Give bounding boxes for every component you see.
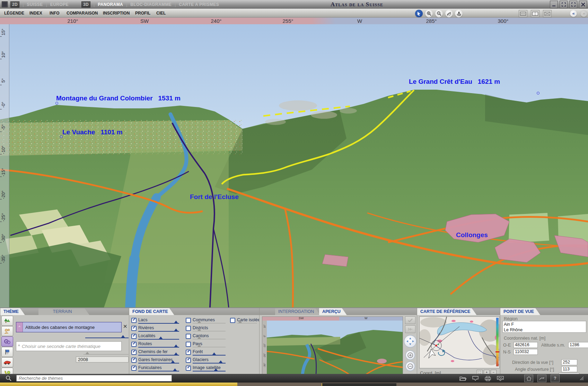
menu-item-l-gende[interactable]: LÉGENDE [4, 11, 24, 16]
menu-item-index[interactable]: INDEX [29, 11, 42, 16]
theme-transparency-slider[interactable] [85, 338, 129, 338]
help-icon[interactable]: ? [551, 375, 560, 382]
layer-slider-image-satellite[interactable] [193, 371, 226, 371]
layer-checkbox-chemins-de-fer[interactable]: ✓ [131, 350, 137, 355]
layer-slider-chemins-de-fer[interactable] [138, 355, 179, 356]
layer-label-funiculaires[interactable]: Funiculaires [138, 365, 161, 370]
reset-view-button[interactable] [405, 325, 415, 333]
second-transparency-slider[interactable] [84, 354, 129, 354]
menu-item-info[interactable]: INFO [50, 11, 60, 16]
layer-checkbox-funiculaires[interactable]: ✓ [131, 366, 137, 371]
top-menu-2d[interactable]: 2D [10, 1, 19, 8]
layer-slider-communes[interactable] [193, 323, 226, 323]
print-icon[interactable] [484, 375, 492, 382]
zoom-in-tool[interactable] [425, 10, 433, 17]
compass-bar[interactable]: 210°SW240°255°W285°300° [0, 17, 588, 25]
layer-slider-thumb[interactable] [173, 368, 177, 371]
layer-label-localit-s[interactable]: Localités [138, 333, 155, 338]
tab-terrain[interactable]: TERRAIN [38, 308, 89, 315]
save-view-icon[interactable] [471, 375, 480, 382]
layer-slider-thumb[interactable] [212, 352, 216, 355]
layer-slider-thumb[interactable] [174, 329, 178, 331]
altitude-field[interactable]: 1286 [568, 342, 588, 348]
layer-checkbox-gares-ferroviaires[interactable]: ✓ [131, 358, 137, 363]
layer-slider-thumb[interactable] [197, 344, 201, 347]
pan-pad-control[interactable] [404, 335, 416, 348]
angle-field[interactable]: 113 [561, 366, 577, 372]
layer-checkbox-communes[interactable] [186, 318, 191, 323]
layer-slider-lacs[interactable] [138, 323, 179, 324]
layer-slider-carte-isol-e[interactable] [237, 323, 257, 323]
layer-slider-thumb[interactable] [174, 352, 178, 355]
export-image-icon[interactable] [496, 375, 504, 382]
top-menu-suisse[interactable]: SUISSE [27, 2, 43, 7]
top-menu-bloc-diagramme[interactable]: BLOC-DIAGRAMME [130, 2, 172, 7]
top-menu-carte-a-prismes[interactable]: CARTE A PRISMES [179, 2, 219, 7]
theme-politics-icon[interactable] [1, 347, 13, 357]
layer-label-rivi-res[interactable]: Rivières [138, 325, 154, 330]
layer-checkbox-glaciers[interactable]: ✓ [186, 358, 191, 363]
layer-slider-thumb[interactable] [219, 360, 223, 363]
layer-slider-glaciers[interactable] [193, 363, 226, 363]
tab-point-de-vue[interactable]: POINT DE VUE [500, 308, 540, 315]
layer-slider-rivi-res[interactable] [138, 331, 179, 332]
layer-label-gares-ferroviaires[interactable]: Gares ferroviaires [138, 357, 173, 362]
theme-transport-icon[interactable] [1, 357, 13, 367]
layer-slider-pays[interactable] [193, 347, 226, 347]
layer-label-glaciers[interactable]: Glaciers [193, 357, 209, 362]
theme-map-close-icon[interactable]: ✕ [123, 323, 128, 330]
viewpoint-tool[interactable] [455, 10, 463, 17]
layer-label-lacs[interactable]: Lacs [138, 317, 147, 322]
layer-slider-routes[interactable] [138, 347, 179, 348]
back-icon[interactable]: « [570, 10, 577, 17]
theme-population-icon[interactable] [1, 326, 13, 336]
restore-button[interactable] [569, 1, 577, 8]
minimize-button[interactable] [550, 1, 558, 8]
ns-field[interactable]: 110032 [514, 349, 538, 355]
theme-transparency-thumb[interactable] [121, 335, 125, 338]
layer-slider-thumb[interactable] [159, 336, 163, 339]
top-menu-panorama[interactable]: PANORAMA [98, 2, 123, 7]
layer-slider-cantons[interactable] [193, 339, 226, 339]
preview-zoom-in-button[interactable] [405, 350, 415, 360]
second-theme-select[interactable]: ^ Choisir une seconde carte thématique [16, 341, 122, 351]
layer-label-communes[interactable]: Communes [193, 317, 215, 322]
layer-slider-districts[interactable] [193, 331, 226, 331]
tab-carte-reference[interactable]: CARTE DE RÉFÉRENCE [417, 308, 476, 315]
maximize-button[interactable] [560, 1, 568, 8]
layer-slider-funiculaires[interactable] [138, 371, 179, 371]
menu-item-ciel[interactable]: CIEL [156, 11, 166, 16]
layer-slider-thumb[interactable] [171, 360, 175, 363]
forward-icon[interactable]: » [580, 10, 587, 17]
flight-path-icon[interactable] [537, 375, 546, 382]
open-folder-icon[interactable] [459, 375, 467, 382]
layer-slider-thumb[interactable] [214, 368, 218, 371]
layer-label-routes[interactable]: Routes [138, 341, 152, 346]
pan-view-tool[interactable] [445, 10, 453, 17]
theme-economy-icon[interactable] [1, 336, 13, 347]
layer-slider-thumb[interactable] [174, 321, 178, 323]
layer-label-for-t[interactable]: Forêt [193, 349, 203, 354]
oe-field[interactable]: 482616 [514, 342, 538, 348]
tab-theme[interactable]: THÈME [0, 308, 25, 315]
layout-dashed-icon[interactable] [519, 10, 527, 17]
layer-label-chemins-de-fer[interactable]: Chemins de fer [138, 349, 168, 354]
second-transparency-thumb[interactable] [85, 352, 89, 354]
theme-map-select[interactable]: ^ Altitude des cabanes de montagne [16, 322, 122, 332]
layer-slider-gares-ferroviaires[interactable] [138, 363, 179, 363]
close-button[interactable] [579, 1, 587, 8]
layer-slider-for-t[interactable] [193, 355, 226, 356]
layer-slider-thumb[interactable] [197, 329, 201, 331]
theme-vegetation-icon[interactable] [1, 316, 13, 326]
layer-checkbox-districts[interactable] [186, 326, 191, 331]
pointer-tool[interactable] [415, 10, 423, 17]
layer-slider-thumb[interactable] [174, 344, 178, 347]
layer-checkbox-cantons[interactable] [186, 334, 191, 339]
layer-slider-localit-s[interactable] [138, 339, 179, 340]
preview-zoom-out-button[interactable] [405, 361, 415, 371]
direction-field[interactable]: 252 [561, 359, 577, 365]
layer-checkbox-rivi-res[interactable]: ✓ [131, 326, 137, 331]
layer-slider-thumb[interactable] [238, 321, 242, 323]
year-field[interactable]: 2008 [76, 357, 129, 362]
layer-checkbox-lacs[interactable]: ✓ [131, 318, 137, 323]
